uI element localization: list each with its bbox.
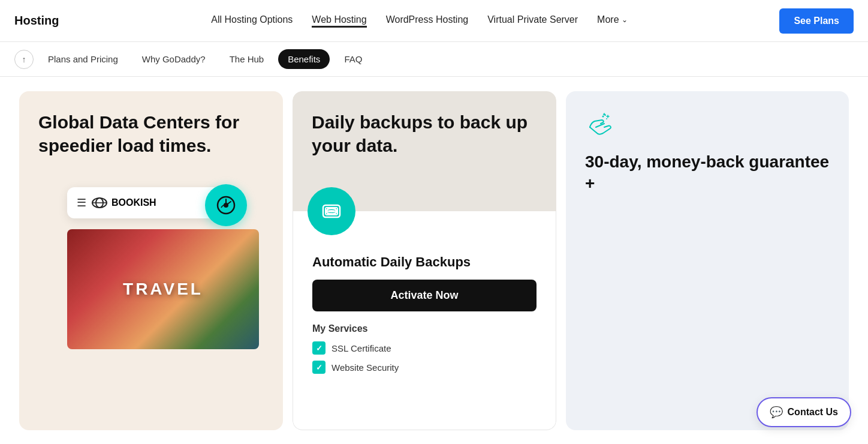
backup-icon xyxy=(318,198,345,224)
travel-book-image: TRAVEL xyxy=(67,229,259,349)
chat-icon: 💬 xyxy=(770,406,783,419)
speed-circle xyxy=(205,184,247,226)
card2-subtitle: Automatic Daily Backups xyxy=(312,254,537,270)
hamburger-icon: ☰ xyxy=(77,196,86,209)
speedometer-icon xyxy=(215,194,237,216)
card2-bottom: Automatic Daily Backups Activate Now My … xyxy=(293,211,556,430)
card-daily-backups: Daily backups to back up your data. xyxy=(293,91,556,430)
subnav-why[interactable]: Why GoDaddy? xyxy=(132,49,215,69)
contact-us-label: Contact Us xyxy=(788,407,838,418)
bookish-brand-icon xyxy=(91,194,108,211)
check-icon: ✓ xyxy=(316,344,323,353)
chevron-down-icon: ⌄ xyxy=(622,16,628,24)
check-icon-2: ✓ xyxy=(316,363,323,372)
subnav-faq[interactable]: FAQ xyxy=(334,49,372,69)
service-ssl: ✓ SSL Certificate xyxy=(312,341,537,355)
contact-us-button[interactable]: 💬 Contact Us xyxy=(757,397,851,427)
svg-point-12 xyxy=(605,115,606,116)
see-plans-button[interactable]: See Plans xyxy=(779,8,854,34)
card-global-data: Global Data Centers for speedier load ti… xyxy=(19,91,283,430)
nav-links: All Hosting Options Web Hosting WordPres… xyxy=(211,14,627,28)
bookish-mockup: ☰ BOOKISH xyxy=(67,187,223,218)
card2-title: Daily backups to back up your data. xyxy=(312,110,537,157)
nav-more[interactable]: More ⌄ xyxy=(597,14,627,28)
scroll-up-button[interactable]: ↑ xyxy=(14,50,34,69)
subnav-benefits[interactable]: Benefits xyxy=(278,49,330,69)
nav-web-hosting[interactable]: Web Hosting xyxy=(312,14,366,28)
card-money-back: 30-day, money-back guarantee + xyxy=(566,91,849,430)
subnav-plans[interactable]: Plans and Pricing xyxy=(38,49,128,69)
svg-point-11 xyxy=(606,118,607,119)
svg-point-10 xyxy=(602,116,604,118)
backup-icon-circle xyxy=(308,187,355,235)
bookish-label: BOOKISH xyxy=(111,197,156,208)
nav-vps[interactable]: Virtual Private Server xyxy=(487,14,578,28)
nav-logo: Hosting xyxy=(14,14,59,28)
my-services-title: My Services xyxy=(312,323,537,334)
main-content: Global Data Centers for speedier load ti… xyxy=(0,77,868,444)
top-nav: Hosting All Hosting Options Web Hosting … xyxy=(0,0,868,42)
service-security: ✓ Website Security xyxy=(312,361,537,374)
security-label: Website Security xyxy=(331,362,399,373)
money-back-icon xyxy=(585,110,614,139)
ssl-label: SSL Certificate xyxy=(331,343,391,353)
travel-label: TRAVEL xyxy=(123,280,203,299)
card3-title: 30-day, money-back guarantee + xyxy=(585,151,830,195)
nav-wordpress[interactable]: WordPress Hosting xyxy=(386,14,469,28)
activate-now-button[interactable]: Activate Now xyxy=(312,280,537,311)
bookish-logo: BOOKISH xyxy=(91,194,156,211)
sub-nav: ↑ Plans and Pricing Why GoDaddy? The Hub… xyxy=(0,42,868,77)
subnav-hub[interactable]: The Hub xyxy=(220,49,274,69)
ssl-checkbox: ✓ xyxy=(312,341,326,355)
security-checkbox: ✓ xyxy=(312,361,326,374)
nav-all-hosting[interactable]: All Hosting Options xyxy=(211,14,293,28)
card1-title: Global Data Centers for speedier load ti… xyxy=(38,110,264,157)
hand-icon xyxy=(585,110,830,142)
